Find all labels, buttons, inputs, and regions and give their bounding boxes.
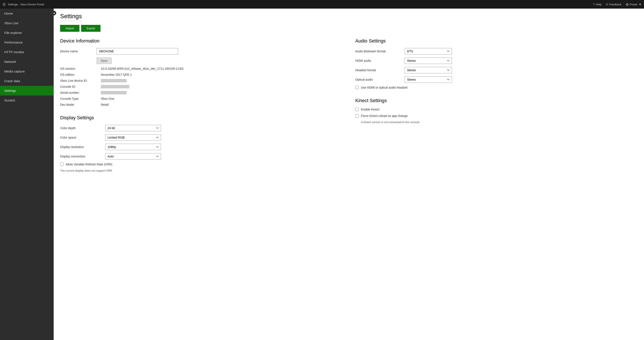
display-connection-label: Display connection	[60, 155, 103, 158]
bitstream-format-row: Audio bitstream format DTS Dolby Digital…	[355, 48, 638, 54]
sidebar-item-settings[interactable]: Settings	[0, 86, 54, 95]
display-settings-section: Display Settings Color depth 24 bit 30 b…	[60, 115, 342, 172]
device-info-section: Device Information Device name: Save OS …	[60, 38, 342, 106]
use-hdmi-label: Use HDMI or optical audio headset	[361, 86, 408, 89]
color-depth-select[interactable]: 24 bit 30 bit 36 bit	[105, 125, 161, 131]
audio-settings-section: Audio Settings Audio bitstream format DT…	[355, 38, 638, 89]
power-button[interactable]: ⏻ Power ▼	[626, 3, 642, 6]
console-id-label: Console ID:	[60, 85, 99, 88]
os-edition-label: OS edition:	[60, 73, 99, 76]
sidebar: ◀ Home Xbox Live File explorer Performan…	[0, 8, 54, 340]
kinect-settings-section: Kinect Settings Enable Kinect Force Kine…	[355, 98, 638, 124]
display-connection-row: Display connection Auto HDMI DisplayPort	[60, 153, 342, 160]
sidebar-item-xbox-live[interactable]: Xbox Live	[0, 18, 54, 28]
hdmi-audio-row: HDMI audio Stereo 5.1 7.1	[355, 57, 638, 64]
feedback-button[interactable]: ⊙ Feedback	[606, 3, 622, 6]
enable-kinect-row: Enable Kinect	[355, 108, 638, 111]
help-button[interactable]: ? Help	[593, 3, 602, 6]
hamburger-icon[interactable]: ☰	[2, 2, 6, 6]
console-id-row: Console ID:	[60, 85, 342, 88]
main-content: Settings Import Export Device Informatio…	[54, 8, 644, 340]
import-button[interactable]: Import	[60, 25, 80, 32]
xbox-live-id-label: Xbox Live device ID:	[60, 79, 99, 82]
bitstream-format-select[interactable]: DTS Dolby Digital Stereo None	[405, 48, 452, 54]
save-button[interactable]: Save	[96, 57, 112, 64]
toolbar: Import Export	[60, 25, 638, 32]
sidebar-item-home[interactable]: Home	[0, 8, 54, 18]
vrr-checkbox[interactable]	[60, 163, 64, 166]
titlebar-left: ☰ Settings - Xbox Device Portal	[2, 2, 44, 6]
power-chevron-icon: ▼	[639, 3, 642, 6]
console-type-value: Xbox One	[101, 97, 114, 100]
kinect-note: A Kinect sensor is not connected to the …	[355, 121, 638, 124]
xbox-live-id-value	[101, 79, 127, 82]
sidebar-item-file-explorer[interactable]: File explorer	[0, 28, 54, 37]
color-depth-label: Color depth	[60, 126, 103, 130]
dev-mode-value: Retail	[101, 103, 108, 106]
enable-kinect-label: Enable Kinect	[361, 108, 379, 111]
display-resolution-label: Display resolution	[60, 145, 103, 149]
dev-mode-label: Dev Mode:	[60, 103, 99, 106]
feedback-icon: ⊙	[606, 3, 608, 6]
color-space-label: Color space	[60, 136, 103, 139]
two-col-layout: Device Information Device name: Save OS …	[60, 38, 638, 172]
console-id-value	[101, 85, 129, 88]
power-icon: ⏻	[626, 3, 628, 6]
audio-settings-title: Audio Settings	[355, 38, 638, 44]
headset-format-row: Headset format Stereo 5.1 7.1	[355, 67, 638, 73]
headset-format-select[interactable]: Stereo 5.1 7.1	[405, 67, 452, 73]
os-version-value: 10.0.16299.4059 (rs3_release_xbox_dev_17…	[101, 67, 184, 70]
page-title: Settings	[60, 13, 82, 21]
console-type-row: Console Type: Xbox One	[60, 97, 342, 100]
help-icon: ?	[593, 3, 595, 6]
display-settings-title: Display Settings	[60, 115, 342, 121]
sidebar-item-media-capture[interactable]: Media capture	[0, 66, 54, 76]
kinect-settings-title: Kinect Settings	[355, 98, 638, 103]
sidebar-item-performance[interactable]: Performance	[0, 37, 54, 47]
hdmi-audio-select[interactable]: Stereo 5.1 7.1	[405, 57, 452, 64]
color-depth-row: Color depth 24 bit 30 bit 36 bit	[60, 125, 342, 131]
titlebar-right: ? Help ⊙ Feedback ⏻ Power ▼	[593, 3, 642, 6]
sidebar-item-http-monitor[interactable]: HTTP monitor	[0, 47, 54, 57]
sidebar-item-scratch[interactable]: Scratch	[0, 95, 54, 105]
serial-number-label: Serial number:	[60, 91, 99, 94]
optical-audio-row: Optical audio Stereo 5.1 7.1	[355, 76, 638, 83]
dev-mode-row: Dev Mode: Retail	[60, 103, 342, 106]
xbox-live-id-row: Xbox Live device ID:	[60, 79, 342, 82]
sidebar-item-crash-data[interactable]: Crash data	[0, 76, 54, 86]
optical-audio-label: Optical audio	[355, 78, 402, 81]
os-edition-row: OS edition: November 2017 QFE 1	[60, 73, 342, 76]
color-space-select[interactable]: Limited RGB Full RGB	[105, 134, 161, 141]
right-column: Audio Settings Audio bitstream format DT…	[355, 38, 638, 172]
titlebar: ☰ Settings - Xbox Device Portal ? Help ⊙…	[0, 0, 644, 8]
vrr-note: The current display does not support VRR	[60, 169, 342, 172]
os-version-label: OS version:	[60, 67, 99, 70]
sidebar-item-network[interactable]: Network	[0, 57, 54, 66]
app-body: ◀ Home Xbox Live File explorer Performan…	[0, 8, 644, 340]
device-name-row: Device name:	[60, 48, 342, 54]
force-reload-label: Force Kinect reload on app change	[361, 114, 408, 118]
enable-kinect-checkbox[interactable]	[355, 108, 359, 111]
device-name-label: Device name:	[60, 49, 94, 53]
vrr-label: Allow Variable Refresh Rate (VRR)	[66, 163, 112, 166]
hdmi-audio-label: HDMI audio	[355, 59, 402, 62]
os-edition-value: November 2017 QFE 1	[101, 73, 132, 76]
device-name-input[interactable]	[96, 48, 178, 54]
export-button[interactable]: Export	[81, 25, 100, 32]
device-info-title: Device Information	[60, 38, 342, 44]
save-row: Save	[60, 57, 342, 64]
sidebar-collapse-button[interactable]: ◀	[52, 11, 56, 15]
force-reload-checkbox[interactable]	[355, 114, 359, 118]
display-connection-select[interactable]: Auto HDMI DisplayPort	[105, 153, 161, 160]
serial-number-row: Serial number:	[60, 91, 342, 94]
bitstream-format-label: Audio bitstream format	[355, 49, 402, 53]
headset-format-label: Headset format	[355, 68, 402, 72]
color-space-row: Color space Limited RGB Full RGB	[60, 134, 342, 141]
optical-audio-select[interactable]: Stereo 5.1 7.1	[405, 76, 452, 83]
vrr-row: Allow Variable Refresh Rate (VRR)	[60, 163, 342, 166]
use-hdmi-checkbox[interactable]	[355, 86, 359, 89]
use-hdmi-row: Use HDMI or optical audio headset	[355, 86, 638, 89]
display-resolution-select[interactable]: 720p 1080p 4K	[105, 144, 161, 150]
left-column: Device Information Device name: Save OS …	[60, 38, 342, 172]
titlebar-title: Settings - Xbox Device Portal	[8, 3, 44, 6]
